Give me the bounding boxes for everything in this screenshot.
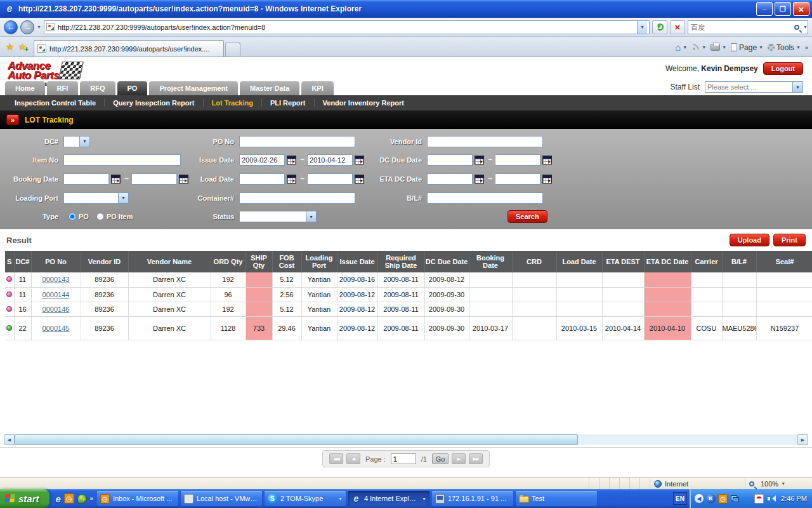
scrollbar-track[interactable]: [15, 434, 797, 445]
quicklaunch-parrot-icon[interactable]: [77, 494, 87, 504]
title-bar[interactable]: e http://221.238.207.230:9999/autoparts/…: [0, 0, 812, 18]
dc-due-date-from-input[interactable]: [427, 154, 473, 166]
refresh-button[interactable]: [652, 20, 667, 34]
tab-rfi[interactable]: RFI: [47, 81, 79, 95]
back-button[interactable]: ←: [4, 20, 18, 34]
tools-dropdown-icon[interactable]: ▼: [796, 45, 801, 50]
scroll-left-icon[interactable]: ◀: [4, 434, 15, 445]
po-number-link[interactable]: 0000144: [43, 291, 70, 298]
quicklaunch-ie-icon[interactable]: e: [56, 493, 61, 504]
calendar-icon[interactable]: [542, 175, 552, 184]
search-input[interactable]: [688, 23, 794, 31]
subnav-query-inspection-report[interactable]: Query Insepction Report: [105, 99, 203, 107]
maximize-button[interactable]: [775, 2, 791, 16]
po-number-link[interactable]: 0000145: [43, 324, 70, 332]
load-date-from-input[interactable]: [239, 173, 285, 185]
tab-po[interactable]: PO: [117, 81, 148, 95]
staff-list-select[interactable]: Please select ... ▼: [705, 81, 803, 93]
task-group-dropdown-icon[interactable]: ▼: [338, 497, 343, 501]
tab-project-management[interactable]: Project Management: [149, 81, 238, 95]
logout-button[interactable]: Logout: [763, 62, 803, 75]
upload-button[interactable]: Upload: [730, 234, 769, 246]
stop-button[interactable]: ×: [670, 20, 685, 34]
zoom-dropdown-icon[interactable]: ▼: [781, 481, 785, 486]
po-no-input[interactable]: [239, 136, 355, 147]
tab-master-data[interactable]: Master Data: [240, 81, 299, 95]
page-dropdown-icon[interactable]: ▼: [759, 45, 763, 50]
issue-date-to-input[interactable]: [307, 154, 353, 166]
next-page-button[interactable]: ▶: [452, 453, 466, 464]
subnav-lot-tracking[interactable]: Lot Tracking: [204, 99, 262, 107]
tray-network-icon[interactable]: [730, 494, 740, 504]
taskbar-task-button[interactable]: Local host - VMwa...: [181, 491, 262, 506]
browser-tab[interactable]: http://221.238.207.230:9999/autoparts/us…: [34, 40, 224, 57]
taskbar-task-button[interactable]: 172.16.1.91 - 91 ...: [432, 491, 513, 506]
home-dropdown-icon[interactable]: ▼: [683, 45, 687, 50]
feeds-button[interactable]: ▼: [691, 43, 706, 51]
print-button-app[interactable]: Print: [773, 234, 806, 246]
page-menu-button[interactable]: Page▼: [731, 43, 763, 52]
item-no-input[interactable]: [63, 154, 181, 166]
calendar-icon[interactable]: [287, 156, 296, 164]
task-group-dropdown-icon[interactable]: ▼: [422, 497, 426, 501]
tray-msn-icon[interactable]: [742, 494, 752, 504]
print-button[interactable]: ▼: [710, 44, 726, 51]
page-number-input[interactable]: [391, 453, 416, 464]
tray-antivirus-icon[interactable]: ☂: [754, 494, 764, 504]
close-button[interactable]: [793, 2, 809, 16]
print-dropdown-icon[interactable]: ▼: [722, 45, 726, 50]
calendar-icon[interactable]: [179, 175, 188, 184]
po-number-link[interactable]: 0000143: [43, 276, 70, 283]
last-page-button[interactable]: ▶▶: [469, 453, 483, 464]
favorites-star-icon[interactable]: ★: [6, 41, 14, 53]
add-favorite-icon[interactable]: ★: [18, 41, 26, 53]
calendar-icon[interactable]: [287, 175, 296, 184]
eta-dc-date-from-input[interactable]: [427, 173, 473, 185]
tab-home[interactable]: Home: [5, 81, 45, 95]
calendar-icon[interactable]: [355, 156, 364, 164]
tools-menu-button[interactable]: Tools▼: [768, 43, 801, 52]
calendar-icon[interactable]: [542, 156, 552, 164]
calendar-icon[interactable]: [475, 156, 484, 164]
subnav-pli-report[interactable]: PLI Report: [262, 99, 315, 107]
home-button[interactable]: ⌂▼: [675, 42, 687, 53]
minimize-button[interactable]: [756, 2, 773, 16]
booking-date-from-input[interactable]: [63, 173, 109, 185]
search-icon[interactable]: [794, 25, 799, 30]
container-input[interactable]: [239, 192, 355, 204]
search-button[interactable]: Search: [508, 210, 547, 223]
taskbar-task-button[interactable]: S2 TOM-Skype▼: [265, 491, 346, 506]
scrollbar-thumb[interactable]: [15, 434, 578, 445]
horizontal-scrollbar[interactable]: ◀ ▶: [4, 434, 808, 445]
taskbar-task-button[interactable]: ◷Inbox - Microsoft ...: [97, 491, 178, 506]
dc-due-date-to-input[interactable]: [495, 154, 540, 166]
address-input[interactable]: [58, 23, 634, 31]
address-field[interactable]: ▼: [44, 20, 650, 34]
load-date-to-input[interactable]: [307, 173, 353, 185]
dc-select[interactable]: ▼: [63, 136, 90, 147]
new-tab-stub[interactable]: [225, 43, 240, 57]
subnav-inspection-control-table[interactable]: Inspection Control Table: [6, 99, 105, 107]
search-box[interactable]: ▼: [688, 20, 808, 34]
type-po-radio[interactable]: [69, 213, 76, 220]
address-dropdown-icon[interactable]: ▼: [637, 21, 647, 34]
subnav-vendor-inventory-report[interactable]: Vendor Inventory Report: [315, 99, 412, 107]
first-page-button[interactable]: ◀◀: [329, 453, 343, 464]
issue-date-from-input[interactable]: [239, 154, 285, 166]
forward-button[interactable]: →: [20, 20, 34, 34]
quicklaunch-clock-icon[interactable]: ◷: [64, 493, 74, 504]
taskbar-task-button[interactable]: e4 Internet Explo...▼: [348, 491, 429, 506]
prev-page-button[interactable]: ◀: [346, 453, 360, 464]
tray-k-app-icon[interactable]: K: [706, 494, 716, 504]
toolbar-overflow-chevron-icon[interactable]: »: [805, 44, 808, 51]
language-indicator[interactable]: EN: [673, 492, 687, 505]
tray-chevron-icon[interactable]: ◀: [695, 494, 704, 503]
tab-kpi[interactable]: KPI: [301, 81, 333, 95]
tab-rfq[interactable]: RFQ: [80, 81, 115, 95]
vendor-id-input[interactable]: [427, 136, 543, 147]
zoom-control[interactable]: 100% ▼: [745, 478, 803, 489]
type-po-item-radio[interactable]: [96, 213, 104, 220]
tray-clock-icon[interactable]: ◷: [718, 494, 728, 504]
calendar-icon[interactable]: [111, 175, 121, 184]
loading-port-select[interactable]: ▼: [63, 192, 129, 204]
